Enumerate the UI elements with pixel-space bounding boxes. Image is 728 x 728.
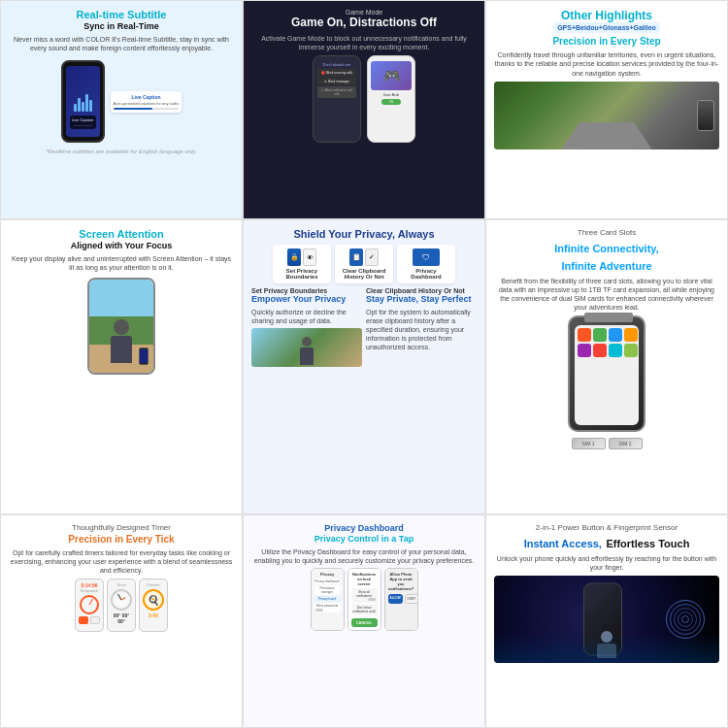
privacy-clear-box: 📋 ✓ Clear Clipboard History Or Not [335, 245, 393, 283]
timer-body: Opt for carefully crafted timers tailore… [9, 548, 234, 575]
screen-subtitle: Aligned with Your Focus [71, 241, 173, 251]
privacy-icons: 🔒 👁 Set Privacy Boundaries 📋 ✓ [273, 245, 455, 283]
timer-phone-3: Kitchen 🍳 5:00 [139, 579, 168, 632]
timer-phones: 0:14:56 Stopwatch Timer [75, 579, 168, 632]
gps-body: Confidently travel through unfamiliar te… [494, 50, 719, 77]
sim-tray [584, 313, 633, 322]
phone-light: 🎮 Game Mode ON [367, 55, 415, 143]
dash-phone-2: Notifications on lock screen Show all no… [347, 568, 381, 631]
timer-phone-1: 0:14:56 Stopwatch [75, 579, 104, 632]
dash-phone-3: Allow Photo App to send you notification… [384, 568, 418, 631]
timer-label: Thoughtfully Designed Timer [72, 523, 171, 532]
fingerprint-body: Unlock your phone quickly and effortless… [494, 554, 719, 572]
screen-title: Screen Attention [79, 228, 164, 241]
set-privacy-label: Set Privacy Boundaries [251, 287, 362, 294]
timer-subtitle: Precision in Every Tick [68, 534, 174, 546]
gps-image [494, 82, 719, 149]
highlights-label: Other Highlights [561, 9, 652, 22]
clear-label: Clear Clipboard History Or Not [366, 287, 477, 294]
phone-dark: Don't disturb me 🔴 Block incoming calls … [313, 55, 361, 143]
privacy-title: Shield Your Privacy, Always [293, 228, 434, 241]
fingerprint-image [494, 576, 719, 663]
section-timer: Thoughtfully Designed Timer Precision in… [0, 514, 243, 728]
fingerprint-label: 2-in-1 Power Button & Fingerprint Sensor [536, 523, 678, 532]
timer-phone-2: Timer 00° 00° 00° [107, 579, 136, 632]
section-highlights: Other Highlights GPS+Beidou+Glonass+Gali… [485, 0, 728, 219]
section-threecards: Three Card Slots Infinite Connectivity, … [485, 219, 728, 514]
realtime-note: *Realtime subtitles are available for En… [46, 149, 197, 154]
threecards-phone [568, 315, 645, 432]
gps-badge: GPS+Beidou+Glonass+Galileo [553, 22, 660, 33]
screen-body: Keep your display alive and uninterrupte… [9, 254, 234, 272]
empower-title: Empower Your Privacy [251, 294, 362, 305]
section-gamemode: Game Mode Game On, Distractions Off Acti… [243, 0, 485, 219]
gamemode-label: Game Mode [346, 9, 383, 16]
threecards-title1: Infinite Connectivity, [554, 243, 658, 254]
threecards-label: Three Card Slots [578, 228, 636, 237]
empower-body: Quickly authorize or decline the sharing… [251, 308, 362, 325]
effortless-title: Effortless Touch [606, 538, 689, 549]
dash-phone-1: Privacy Privacy dashboard Permission man… [311, 568, 345, 631]
gamemode-body: Activate Game Mode to block out unnecess… [251, 34, 477, 51]
realtime-phone: Live Caption ───────── [61, 60, 105, 143]
section-screen: Screen Attention Aligned with Your Focus… [0, 219, 243, 514]
section-realtime: Real-time Subtitle Sync in Real-Time Nev… [0, 0, 243, 219]
attention-phone [87, 278, 155, 375]
privacydash-label: Privacy Dashboard [324, 523, 404, 534]
privacydash-body: Utilize the Privacy Dashboard for easy c… [251, 547, 477, 565]
realtime-subtitle: Sync in Real-Time [83, 21, 158, 32]
privacy-boundary-label: Set Privacy Boundaries [277, 268, 327, 280]
stay-private-title: Stay Private, Stay Perfect [366, 294, 477, 305]
privacydash-subtitle: Privacy Control in a Tap [314, 534, 414, 545]
privacy-clear-label: Clear Clipboard History Or Not [339, 268, 389, 280]
stay-private-body: Opt for the system to automatically eras… [366, 308, 477, 351]
section-privacy: Shield Your Privacy, Always 🔒 👁 Set Priv… [243, 219, 485, 514]
realtime-title: Real-time Subtitle [77, 9, 167, 21]
privacy-dash-phones: Privacy Privacy dashboard Permission man… [311, 568, 418, 631]
realtime-body: Never miss a word with COLOR 8's Real-ti… [9, 35, 234, 52]
gamemode-title: Game On, Distractions Off [291, 16, 437, 31]
gps-title: Precision in Every Step [552, 36, 660, 48]
section-fingerprint: 2-in-1 Power Button & Fingerprint Sensor… [485, 514, 728, 728]
privacy-boundaries-box: 🔒 👁 Set Privacy Boundaries [273, 245, 331, 283]
threecards-body: Benefit from the flexibility of three ca… [494, 277, 719, 312]
instant-title: Instant Access, [524, 538, 602, 549]
privacy-dashboard-box: 🛡 Privacy Dashboard [397, 245, 455, 283]
main-grid: Real-time Subtitle Sync in Real-Time Nev… [0, 0, 728, 728]
threecards-title2: Infinite Adventure [561, 260, 651, 272]
gamemode-phones: Don't disturb me 🔴 Block incoming calls … [313, 55, 415, 143]
section-privacydash: Privacy Dashboard Privacy Control in a T… [243, 514, 485, 728]
